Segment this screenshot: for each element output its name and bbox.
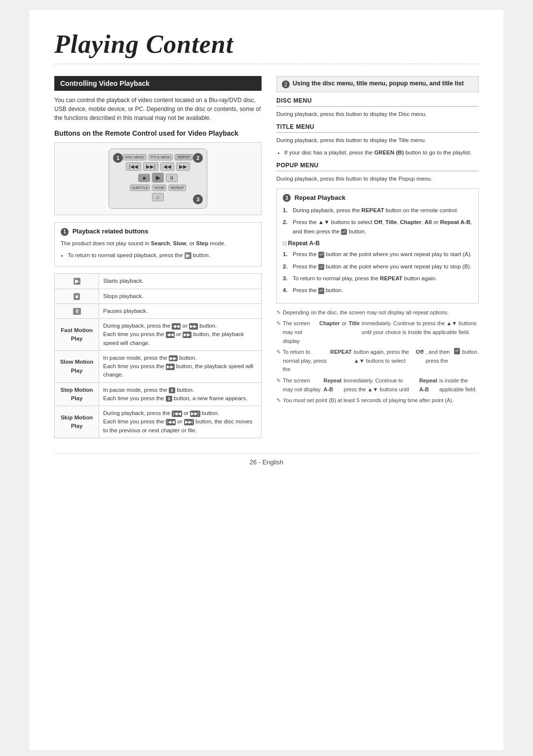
repeat-ab-title: Repeat A-B <box>283 240 472 247</box>
table-cell-slow-label: Slow Motion Play <box>55 350 99 382</box>
remote-repeat-btn: REPEAT <box>168 185 186 191</box>
circle-label-1: 1 <box>113 153 123 163</box>
right-column: 2 Using the disc menu, title menu, popup… <box>276 76 479 438</box>
remote-row-bottom: SUBTITLE HOME REPEAT <box>116 185 200 191</box>
remote-stop-btn: ■ <box>138 174 150 182</box>
disc-menu-header: DISC MENU <box>276 97 479 107</box>
table-cell-slow-desc: In pause mode, press the ▶▶ button. Each… <box>99 350 262 382</box>
repeat-box-title: 3 Repeat Playback <box>283 194 472 202</box>
remote-home-btn: HOME <box>152 185 166 191</box>
remote-skip-fwd-btn: ▶▶| <box>143 162 158 171</box>
section2-header-text: Using the disc menu, title menu, popup m… <box>293 80 464 87</box>
popup-menu-content: During playback, press this button to di… <box>276 174 479 183</box>
remote-row-nav: |◀◀ ▶▶| ◀◀ ▶▶ <box>116 162 200 171</box>
remote-skip-back-btn: |◀◀ <box>126 162 141 171</box>
repeat-step-1: 1. During playback, press the REPEAT but… <box>283 206 472 215</box>
table-cell-pause-desc: Pauses playback. <box>99 303 262 318</box>
playback-box-title: 1 Playback related buttons <box>61 227 255 236</box>
note-2: The screen may not display Chapter or Ti… <box>276 319 479 345</box>
repeat-ab-steps-list: 1. Press the ⏎ button at the point where… <box>283 250 472 295</box>
page-footer: 26 - English <box>54 453 479 466</box>
page-container: Playing Content Controlling Video Playba… <box>30 10 503 750</box>
repeat-step-2: 2. Press the ▲▼ buttons to select Off, T… <box>283 218 472 236</box>
intro-text: You can control the playback of video co… <box>54 96 262 122</box>
table-cell-step-desc: In pause mode, press the ⏸ button. Each … <box>99 382 262 406</box>
table-cell-pause-icon: ⏸ <box>55 303 99 318</box>
title-menu-header: TITLE MENU <box>276 123 479 133</box>
repeat-ab-step-2: 2. Press the ⏎ button at the point where… <box>283 262 472 271</box>
repeat-ab-step-4: 4. Press the ⏎ button. <box>283 286 472 295</box>
table-cell-stop-desc: Stops playback. <box>99 289 262 303</box>
table-cell-fast-desc: During playback, press the ◀◀ or ▶▶ butt… <box>99 319 262 351</box>
circle-label-3: 3 <box>193 194 203 204</box>
playback-bullet1: To return to normal speed playback, pres… <box>68 251 255 260</box>
table-row-fast-motion: Fast Motion Play During playback, press … <box>55 319 262 351</box>
remote-rew-btn: ◀◀ <box>160 162 174 171</box>
remote-play-btn: ▶ <box>152 173 164 183</box>
table-row-pause: ⏸ Pauses playback. <box>55 303 262 318</box>
remote-row-home-icon: ⌂ <box>116 193 200 201</box>
remote-ff-btn: ▶▶ <box>176 162 190 171</box>
main-layout: Controlling Video Playback You can contr… <box>54 76 479 438</box>
note-5: You must set point (B) at least 5 second… <box>276 396 479 405</box>
remote-subtitle-btn: SUBTITLE <box>130 185 150 191</box>
note-1: Depending on the disc, the screen may no… <box>276 308 479 317</box>
disc-menu-text: During playback, press this button to di… <box>276 110 479 118</box>
remote-image: 1 2 3 DISC MENU TITLE MENU POPUP |◀◀ ▶▶|… <box>109 149 207 209</box>
circle-2: 2 <box>282 80 290 88</box>
page-title: Playing Content <box>54 30 479 64</box>
table-cell-step-label: Step Motion Play <box>55 382 99 406</box>
section-header-controlling: Controlling Video Playback <box>54 76 262 91</box>
table-cell-skip-label: Skip Motion Play <box>55 406 99 438</box>
title-menu-bullet: If your disc has a playlist, press the G… <box>284 148 479 157</box>
remote-disc-menu-btn: DISC MENU <box>123 154 146 160</box>
note-4: The screen may not display Repeat A-B im… <box>276 377 479 394</box>
circle-1: 1 <box>61 228 69 236</box>
left-column: Controlling Video Playback You can contr… <box>54 76 262 438</box>
section2-header-box: 2 Using the disc menu, title menu, popup… <box>276 76 479 92</box>
remote-row-play: ■ ▶ ⏸ <box>116 173 200 183</box>
remote-home-icon-btn: ⌂ <box>152 193 164 201</box>
popup-menu-text: During playback, press this button to di… <box>276 174 479 183</box>
table-cell-stop-icon: ■ <box>55 289 99 303</box>
table-row-play: ▶ Starts playback. <box>55 274 262 289</box>
title-menu-content: During playback, press this button to di… <box>276 136 479 157</box>
title-menu-text: During playback, press this button to di… <box>276 136 479 145</box>
note-3: To return to normal play, press the REPE… <box>276 348 479 374</box>
remote-diagram: 1 2 3 DISC MENU TITLE MENU POPUP |◀◀ ▶▶|… <box>54 142 262 215</box>
table-row-skip-motion: Skip Motion Play During playback, press … <box>55 406 262 438</box>
playback-box-content: The product does not play sound in Searc… <box>61 239 255 260</box>
remote-row-top: DISC MENU TITLE MENU POPUP <box>116 154 200 160</box>
table-cell-play-icon: ▶ <box>55 274 99 289</box>
repeat-ab-step-3: 3. To return to normal play, press the R… <box>283 274 472 283</box>
remote-popup-btn: POPUP <box>175 154 193 160</box>
subsection-title: Buttons on the Remote Control used for V… <box>54 129 262 137</box>
circle-3: 3 <box>283 194 291 202</box>
notes-list: Depending on the disc, the screen may no… <box>276 308 479 405</box>
playback-text1: The product does not play sound in Searc… <box>61 239 255 248</box>
table-cell-skip-desc: During playback, press the |◀◀ or ▶▶| bu… <box>99 406 262 438</box>
repeat-steps-list: 1. During playback, press the REPEAT but… <box>283 206 472 236</box>
playback-table: ▶ Starts playback. ■ Stops playback. ⏸ P… <box>54 273 262 438</box>
repeat-ab-step-1: 1. Press the ⏎ button at the point where… <box>283 250 472 259</box>
remote-title-menu-btn: TITLE MENU <box>149 154 173 160</box>
play-icon-inline: ▶ <box>185 252 191 259</box>
popup-menu-header: POPUP MENU <box>276 162 479 171</box>
repeat-playback-box: 3 Repeat Playback 1. During playback, pr… <box>276 189 479 303</box>
playback-info-box: 1 Playback related buttons The product d… <box>54 222 262 266</box>
table-row-step-motion: Step Motion Play In pause mode, press th… <box>55 382 262 406</box>
table-cell-fast-label: Fast Motion Play <box>55 319 99 351</box>
table-row-stop: ■ Stops playback. <box>55 289 262 303</box>
disc-menu-content: During playback, press this button to di… <box>276 110 479 118</box>
table-cell-play-desc: Starts playback. <box>99 274 262 289</box>
remote-pause-btn: ⏸ <box>166 174 178 182</box>
table-row-slow-motion: Slow Motion Play In pause mode, press th… <box>55 350 262 382</box>
circle-label-2: 2 <box>193 153 203 163</box>
